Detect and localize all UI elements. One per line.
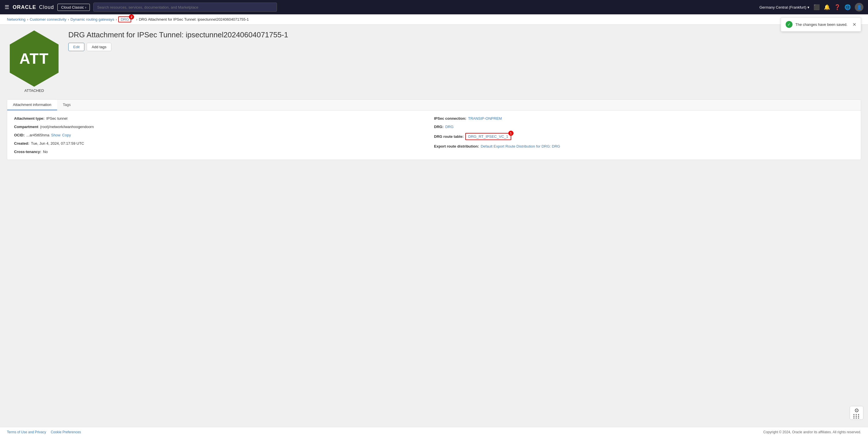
ipsec-connection-link[interactable]: TRANSIP-ONPREM: [468, 116, 502, 121]
help-icon: ⊙: [855, 407, 859, 413]
drg-label: DRG:: [434, 125, 443, 129]
check-icon: ✓: [786, 21, 793, 28]
hex-status-label: ATTACHED: [24, 88, 44, 93]
main-content: ATT ATTACHED DRG Attachment for IPSec Tu…: [0, 25, 868, 427]
drg-route-table-row: DRG route table: DRG_RT_IPSEC_VC_1 1: [434, 133, 854, 140]
add-tags-button[interactable]: Add tags: [87, 43, 111, 51]
footer-links: Terms of Use and Privacy Cookie Preferen…: [7, 430, 81, 434]
compartment-row: Compartment (root)/network/iwanhoogendoo…: [14, 125, 434, 129]
ocid-copy-link[interactable]: Copy: [62, 133, 71, 137]
breadcrumb-networking[interactable]: Networking: [7, 17, 26, 22]
ipsec-connection-row: IPSec connection: TRANSIP-ONPREM: [434, 116, 854, 121]
edit-button[interactable]: Edit: [68, 43, 84, 51]
cloud-classic-button[interactable]: Cloud Classic ›: [57, 4, 90, 11]
cross-tenancy-value: No: [43, 150, 48, 154]
nav-right: Germany Central (Frankfurt) ▾ ⬛ 🔔 ❓ 🌐 👤: [760, 3, 863, 11]
help-button[interactable]: ⊙: [849, 406, 863, 420]
drg-badge-2: 2: [129, 14, 134, 20]
tab-attachment-information[interactable]: Attachment information: [7, 100, 57, 110]
attachment-type-label: Attachment type:: [14, 116, 44, 121]
breadcrumb: Networking › Customer connectivity › Dyn…: [0, 14, 868, 25]
region-selector[interactable]: Germany Central (Frankfurt) ▾: [760, 5, 809, 9]
hamburger-menu-icon[interactable]: ☰: [5, 4, 9, 10]
ocid-label: OCID:: [14, 133, 25, 137]
created-value: Tue, Jun 4, 2024, 07:17:59 UTC: [31, 141, 84, 146]
monitor-icon[interactable]: ⬛: [813, 4, 820, 10]
compartment-label: Compartment: [14, 125, 38, 129]
export-route-link[interactable]: Default Export Route Distribution for DR…: [481, 144, 560, 149]
page-title: DRG Attachment for IPSec Tunnel: ipsectu…: [68, 30, 288, 39]
breadcrumb-sep-3: ›: [116, 17, 117, 22]
drg-link[interactable]: DRG: [445, 125, 454, 129]
page-header: ATT ATTACHED DRG Attachment for IPSec Tu…: [7, 30, 861, 94]
cross-tenancy-row: Cross-tenancy: No: [14, 150, 434, 154]
ocid-row: OCID: ...ar45t65hma Show Copy: [14, 133, 434, 137]
user-avatar[interactable]: 👤: [855, 3, 863, 11]
ocid-show-link[interactable]: Show: [51, 133, 61, 137]
hex-logo: ATT: [10, 30, 59, 87]
drg-route-table-box: DRG_RT_IPSEC_VC_1 1: [465, 133, 511, 140]
search-input[interactable]: [93, 3, 277, 12]
cookie-link[interactable]: Cookie Preferences: [51, 430, 81, 434]
drg-route-table-label: DRG route table:: [434, 134, 464, 139]
drg-route-badge-1: 1: [508, 131, 514, 136]
breadcrumb-sep-1: ›: [27, 17, 28, 22]
export-route-row: Export route distribution: Default Expor…: [434, 144, 854, 149]
tabs-bar: Attachment information Tags: [7, 100, 861, 111]
notification-message: The changes have been saved.: [795, 22, 849, 27]
top-navigation: ☰ ORACLE Cloud Cloud Classic › Germany C…: [0, 0, 868, 14]
footer-copyright: Copyright © 2024, Oracle and/or its affi…: [763, 430, 861, 434]
bell-icon[interactable]: 🔔: [824, 4, 830, 10]
breadcrumb-sep-4: ›: [136, 17, 137, 22]
drg-row: DRG: DRG: [434, 125, 854, 129]
breadcrumb-customer-connectivity[interactable]: Customer connectivity: [30, 17, 66, 22]
ipsec-connection-label: IPSec connection:: [434, 116, 466, 121]
info-right: IPSec connection: TRANSIP-ONPREM DRG: DR…: [434, 116, 854, 154]
action-buttons: Edit Add tags: [68, 43, 288, 51]
ocid-value: ...ar45t65hma: [26, 133, 50, 137]
breadcrumb-dynamic-routing-gateways[interactable]: Dynamic routing gateways: [71, 17, 114, 22]
help-dots: [854, 414, 860, 418]
info-panel: Attachment information Tags Attachment t…: [7, 99, 861, 160]
globe-icon[interactable]: 🌐: [844, 4, 851, 10]
tab-tags[interactable]: Tags: [57, 100, 76, 110]
info-grid: Attachment type: IPSec tunnel Compartmen…: [7, 111, 861, 160]
drg-route-table-link[interactable]: DRG_RT_IPSEC_VC_1: [468, 134, 508, 139]
breadcrumb-current: DRG Attachment for IPSec Tunnel: ipsectu…: [139, 17, 249, 22]
created-label: Created:: [14, 141, 29, 146]
breadcrumb-sep-2: ›: [68, 17, 69, 22]
notification-bar: ✓ The changes have been saved. ✕: [781, 17, 861, 32]
created-row: Created: Tue, Jun 4, 2024, 07:17:59 UTC: [14, 141, 434, 146]
cross-tenancy-label: Cross-tenancy:: [14, 150, 41, 154]
help-icon[interactable]: ❓: [834, 4, 840, 10]
notification-close-button[interactable]: ✕: [852, 22, 856, 27]
export-route-label: Export route distribution:: [434, 144, 479, 149]
terms-link[interactable]: Terms of Use and Privacy: [7, 430, 46, 434]
info-left: Attachment type: IPSec tunnel Compartmen…: [14, 116, 434, 154]
attachment-type-row: Attachment type: IPSec tunnel: [14, 116, 434, 121]
page-title-area: DRG Attachment for IPSec Tunnel: ipsectu…: [68, 30, 288, 51]
compartment-value: (root)/network/iwanhoogendoorn: [40, 125, 94, 129]
oracle-logo: ORACLE Cloud: [12, 4, 54, 10]
attachment-type-value: IPSec tunnel: [46, 116, 67, 121]
footer: Terms of Use and Privacy Cookie Preferen…: [0, 427, 868, 437]
hex-container: ATT ATTACHED: [7, 30, 61, 94]
